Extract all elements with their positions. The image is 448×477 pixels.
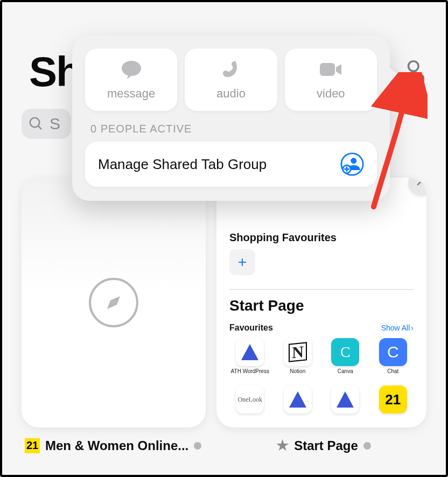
add-person-icon [340,152,364,176]
video-icon [318,59,344,82]
tab-caption-left[interactable]: 21 Men & Women Online... [25,437,224,454]
svg-point-0 [30,118,40,128]
manage-shared-group-button[interactable]: Manage Shared Tab Group [85,142,377,187]
manage-label: Manage Shared Tab Group [98,156,267,173]
favourite-caption: Notion [290,368,305,379]
svg-rect-6 [320,63,335,76]
chevron-right-icon: › [411,324,414,332]
action-label: message [107,87,155,101]
active-people-label: 0 PEOPLE ACTIVE [90,123,377,135]
site-badge-icon: 21 [25,438,40,453]
tab-caption-label: Start Page [294,438,358,453]
favourite-item[interactable]: ATH WordPress [229,338,271,379]
tab-overview-row: Shopping Favourites + Start Page Favouri… [22,178,426,427]
tab-card-left[interactable] [22,178,206,427]
people-check-icon [395,57,424,86]
favourite-caption: Chat [387,368,398,379]
message-icon [118,59,144,82]
share-actions-row: messageaudiovideo [85,48,377,111]
favourites-grid: ATH WordPressNNotionCCanvaCChatOneLook21 [229,338,414,413]
action-label: video [317,87,345,101]
search-text-fragment: S [50,115,60,133]
svg-point-5 [122,61,141,76]
favourite-caption: Canva [338,368,353,379]
favourite-caption: ATH WordPress [231,368,269,379]
favourite-item[interactable]: 21 [373,385,414,413]
audio-button[interactable]: audio [185,48,277,111]
start-page-heading: Start Page [229,297,414,314]
safari-placeholder-icon [22,178,206,427]
favourite-item[interactable]: OneLook [229,385,271,413]
close-icon [416,178,426,189]
favourite-item[interactable]: CCanva [325,338,366,379]
star-icon: ★ [276,437,289,454]
divider [229,289,414,290]
shared-group-button[interactable] [395,57,424,86]
svg-point-8 [351,158,356,164]
audio-icon [218,59,244,82]
tab-card-right[interactable]: Shopping Favourites + Start Page Favouri… [216,178,426,427]
message-button[interactable]: message [85,48,177,111]
action-label: audio [216,87,246,101]
add-favourite-button[interactable]: + [229,249,255,275]
search-icon [28,116,44,132]
favourite-item[interactable]: NNotion [277,338,319,379]
tab-caption-label: Men & Women Online... [45,438,188,453]
presence-dot-icon [194,442,201,450]
show-all-button[interactable]: Show All › [381,324,414,332]
video-button[interactable]: video [285,48,377,111]
tab-captions-row: 21 Men & Women Online... ★ Start Page [25,437,423,454]
svg-point-2 [408,61,418,72]
svg-line-1 [38,126,41,129]
favourite-item[interactable]: CChat [373,338,414,379]
tab-caption-right[interactable]: ★ Start Page [224,437,423,454]
show-all-label: Show All [381,324,410,332]
favourite-item[interactable] [277,385,319,413]
shopping-favourites-label: Shopping Favourites [229,232,414,244]
presence-dot-icon [363,442,371,450]
search-input[interactable]: S [22,109,71,139]
favourites-heading: Favourites [229,323,273,333]
plus-icon: + [238,254,247,271]
share-popover: messageaudiovideo 0 PEOPLE ACTIVE Manage… [72,36,390,201]
favourite-item[interactable] [325,385,366,413]
svg-point-3 [397,73,408,83]
